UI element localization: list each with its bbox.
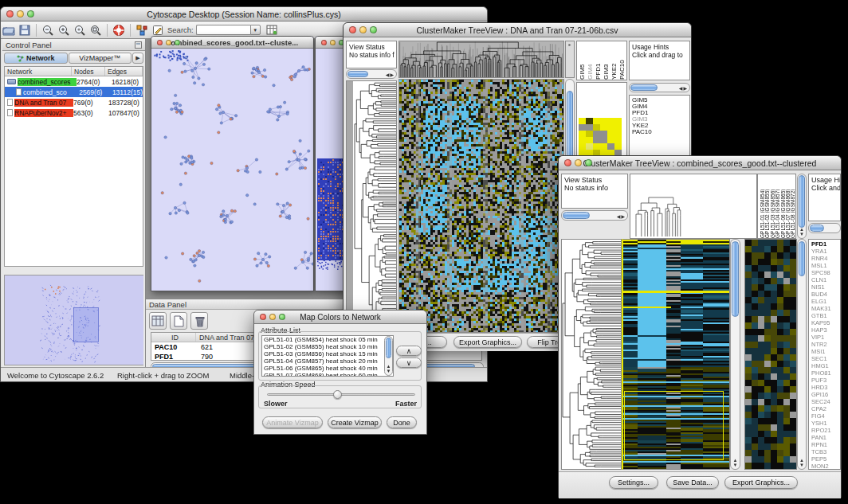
gene-label[interactable]: PUF3 — [811, 377, 840, 384]
gene-label[interactable]: PFD1 — [811, 240, 840, 248]
row-dendrogram-panel[interactable] — [561, 239, 622, 470]
column-label[interactable]: GPL51-08 (GSM872) — [790, 174, 795, 238]
scrollbar-arrows-icon[interactable]: ◀▶ — [386, 72, 395, 77]
scrollbar-arrows-icon[interactable]: ▲▼ — [385, 364, 392, 373]
column-label[interactable]: GIM4 — [587, 41, 595, 80]
scrollbar-arrows-icon[interactable]: ◀▶ — [679, 85, 688, 91]
gene-label[interactable]: HRD3 — [811, 384, 840, 391]
attribute-list-item[interactable]: GPL51-03 (GSM856) heat shock 15 min — [262, 350, 393, 357]
attribute-list-item[interactable]: GPL51-02 (GSM855) heat shock 10 min — [262, 343, 393, 350]
close-icon[interactable] — [321, 40, 327, 45]
search-dropdown-arrow-icon[interactable]: ▼ — [250, 25, 261, 35]
scrollbar-thumb[interactable] — [799, 175, 805, 228]
attribute-list-vscrollbar[interactable]: ▲▼ — [384, 336, 393, 376]
create-vizmap-button[interactable]: Create Vizmap — [328, 416, 382, 428]
birdseye-canvas[interactable] — [5, 275, 143, 365]
tab-vizmapper[interactable]: VizMapper™ — [69, 53, 132, 64]
tab-overflow-arrow-icon[interactable]: ▶ — [132, 53, 143, 64]
heatmap-canvas[interactable] — [399, 80, 563, 332]
new-attribute-icon[interactable] — [170, 312, 187, 330]
save-icon[interactable] — [17, 23, 33, 37]
scrollbar-arrows-icon[interactable]: ▲▼ — [798, 227, 806, 236]
gene-label[interactable]: GPI16 — [811, 391, 840, 398]
usage-hints-hscrollbar[interactable] — [808, 223, 841, 233]
column-dendrogram-canvas[interactable] — [630, 174, 756, 238]
zoom-heatmap-panel[interactable] — [744, 239, 797, 470]
gene-label[interactable]: PHO81 — [811, 369, 840, 377]
gene-label[interactable]: YSH1 — [811, 420, 840, 427]
scrollbar-arrows-icon[interactable]: ◀▶ — [617, 213, 626, 218]
open-icon[interactable] — [1, 23, 17, 37]
gene-label[interactable]: ELG1 — [811, 298, 840, 305]
vizmapper-icon[interactable] — [134, 23, 150, 37]
attribute-list[interactable]: GPL51-01 (GSM854) heat shock 05 minGPL51… — [261, 335, 394, 377]
gene-label[interactable]: SEC1 — [811, 355, 840, 362]
zoom-heatmap-vscrollbar[interactable]: ▲▼ — [797, 239, 807, 470]
scrollbar-thumb[interactable] — [347, 71, 368, 77]
gene-label[interactable]: BUD4 — [811, 291, 840, 298]
gene-label[interactable]: CLN1 — [811, 276, 840, 283]
scrollbar-thumb[interactable] — [630, 84, 658, 91]
zoom-window-icon[interactable] — [370, 26, 377, 33]
help-icon[interactable] — [111, 23, 127, 37]
column-label[interactable]: GIM3 — [603, 41, 610, 80]
scrollbar-thumb[interactable] — [810, 225, 824, 232]
column-header-network[interactable]: Network — [5, 67, 72, 76]
gene-label[interactable]: RNR4 — [811, 255, 840, 262]
gene-label[interactable]: RPO21 — [811, 427, 840, 434]
gene-label[interactable]: KAP95 — [811, 319, 840, 326]
close-icon[interactable] — [349, 26, 356, 33]
attribute-table-icon[interactable] — [265, 23, 281, 37]
column-header-nodes[interactable]: Nodes — [72, 67, 105, 76]
gene-label[interactable]: PAN1 — [811, 434, 840, 441]
move-up-button[interactable]: ∧ — [396, 346, 422, 356]
table-row[interactable]: combined_scores 2764(0) 16218(0) — [5, 76, 143, 87]
treeview-title-bar[interactable]: ClusterMaker TreeView : DNA and Tran 07-… — [344, 23, 691, 37]
heatmap-canvas[interactable] — [623, 240, 730, 469]
column-dendrogram-panel[interactable] — [398, 41, 564, 78]
scrollbar-arrows-icon[interactable]: ▲▼ — [731, 458, 740, 467]
zoom-window-icon[interactable] — [279, 314, 285, 320]
zoom-window-icon[interactable] — [175, 40, 180, 45]
gene-label[interactable]: YRA1 — [811, 248, 840, 255]
tab-network[interactable]: Network — [4, 53, 68, 64]
scrollbar-arrows-icon[interactable]: ▲▼ — [798, 458, 806, 467]
treeview-button[interactable]: Export Graphics... — [453, 336, 522, 348]
scrollbar-thumb[interactable] — [732, 241, 739, 317]
animate-vizmap-button[interactable]: Animate Vizmap — [262, 416, 323, 428]
table-row[interactable]: DNA and Tran 07 769(0) 183728(0) — [5, 97, 143, 107]
heatmap-panel[interactable] — [398, 79, 564, 333]
column-header-id[interactable]: ID — [151, 333, 196, 342]
gene-label[interactable]: MON2 — [811, 463, 840, 470]
usage-hints-hscrollbar[interactable]: ◀▶ — [629, 83, 690, 92]
minimize-icon[interactable] — [17, 10, 24, 18]
table-row[interactable]: RNAPuberNov2+ 563(0) 107847(0) — [5, 107, 143, 118]
select-attributes-icon[interactable] — [149, 312, 167, 330]
main-title-bar[interactable]: Cytoscape Desktop (Session Name: collins… — [1, 7, 487, 21]
gene-label[interactable]: TCB3 — [811, 448, 840, 455]
dialog-title-bar[interactable]: Map Colors to Network — [254, 311, 426, 324]
scrollbar-thumb[interactable] — [563, 212, 590, 219]
scrollbar-thumb[interactable] — [386, 338, 391, 358]
network-window-title-bar[interactable]: combined_scores_good.txt--cluste... — [151, 37, 313, 49]
float-panel-icon[interactable] — [135, 41, 142, 49]
column-label[interactable]: PAC10 — [618, 41, 626, 80]
minimize-icon[interactable] — [359, 26, 367, 33]
gene-label[interactable]: GTB1 — [811, 312, 840, 319]
zoom-heatmap-canvas[interactable] — [745, 240, 796, 469]
attribute-list-item[interactable]: GPL51-07 (GSM868) heat shock 60 min — [262, 372, 393, 377]
gene-label[interactable]: NTR2 — [811, 341, 840, 348]
close-icon[interactable] — [564, 159, 571, 166]
treeview-title-bar[interactable]: ClusterMaker TreeView : combined_scores_… — [559, 156, 841, 170]
gene-label[interactable]: SPC98 — [811, 269, 840, 276]
gene-label[interactable]: PEP5 — [811, 455, 840, 463]
gene-label[interactable]: MSL1 — [811, 262, 840, 269]
treeview-button[interactable]: Settings... — [609, 476, 658, 489]
column-dendrogram-canvas[interactable] — [399, 41, 563, 77]
column-dendrogram-panel[interactable] — [630, 174, 757, 239]
view-status-hscrollbar[interactable]: ◀▶ — [561, 210, 628, 221]
close-icon[interactable] — [157, 40, 163, 45]
treeview-button[interactable]: Save Data... — [666, 476, 719, 489]
column-header-edges[interactable]: Edges — [105, 67, 143, 76]
column-label[interactable]: GPL51-04 (GSM857) — [775, 174, 779, 238]
